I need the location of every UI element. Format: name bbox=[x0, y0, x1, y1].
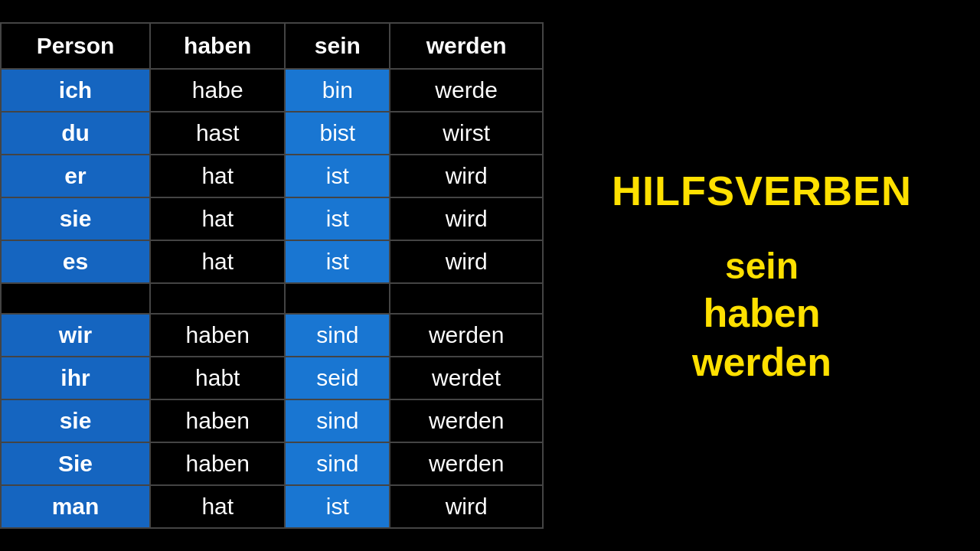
col-header-haben: haben bbox=[150, 23, 285, 69]
cell-haben: hast bbox=[150, 112, 285, 155]
table-row: duhastbistwirst bbox=[1, 112, 543, 155]
cell-person: ihr bbox=[1, 357, 150, 399]
cell-sein: bist bbox=[285, 112, 390, 155]
cell-haben: hat bbox=[150, 155, 285, 197]
cell-werden: wird bbox=[390, 485, 543, 528]
col-header-sein: sein bbox=[285, 23, 390, 69]
cell-person: man bbox=[1, 485, 150, 528]
cell-werden: werden bbox=[390, 399, 543, 442]
table-panel: Person haben sein werden ichhabebinwerde… bbox=[0, 0, 544, 551]
cell-sein: bin bbox=[285, 69, 390, 112]
cell-werden: wird bbox=[390, 197, 543, 240]
table-row: erhatistwird bbox=[1, 155, 543, 197]
table-row: siehabensindwerden bbox=[1, 399, 543, 442]
cell-haben: hat bbox=[150, 197, 285, 240]
words-list: sein haben werden bbox=[692, 245, 831, 385]
col-header-person: Person bbox=[1, 23, 150, 69]
cell-person: wir bbox=[1, 314, 150, 357]
cell-person: es bbox=[1, 240, 150, 283]
right-panel: HILFSVERBEN sein haben werden bbox=[544, 0, 980, 551]
cell-haben: haben bbox=[150, 314, 285, 357]
table-row: eshatistwird bbox=[1, 240, 543, 283]
cell-haben: haben bbox=[150, 442, 285, 485]
cell-person: du bbox=[1, 112, 150, 155]
word-haben: haben bbox=[703, 290, 820, 336]
cell-werden: wirst bbox=[390, 112, 543, 155]
cell-person: sie bbox=[1, 399, 150, 442]
cell-werden: werdet bbox=[390, 357, 543, 399]
cell-werden: werden bbox=[390, 314, 543, 357]
word-sein: sein bbox=[725, 245, 799, 287]
cell-sein: sind bbox=[285, 399, 390, 442]
cell-haben: haben bbox=[150, 399, 285, 442]
conjugation-table: Person haben sein werden ichhabebinwerde… bbox=[0, 22, 544, 529]
table-row: ihrhabtseidwerdet bbox=[1, 357, 543, 399]
cell-haben: hat bbox=[150, 485, 285, 528]
cell-sein: ist bbox=[285, 240, 390, 283]
table-row: wirhabensindwerden bbox=[1, 314, 543, 357]
cell-person: ich bbox=[1, 69, 150, 112]
table-row: manhatistwird bbox=[1, 485, 543, 528]
cell-haben: hat bbox=[150, 240, 285, 283]
cell-sein: ist bbox=[285, 155, 390, 197]
cell-sein: sind bbox=[285, 442, 390, 485]
cell-werden: wird bbox=[390, 155, 543, 197]
cell-person: Sie bbox=[1, 442, 150, 485]
col-header-werden: werden bbox=[390, 23, 543, 69]
word-werden: werden bbox=[692, 339, 831, 385]
cell-sein: sind bbox=[285, 314, 390, 357]
cell-werden: werde bbox=[390, 69, 543, 112]
cell-sein: ist bbox=[285, 485, 390, 528]
cell-werden: wird bbox=[390, 240, 543, 283]
cell-werden: werden bbox=[390, 442, 543, 485]
cell-haben: habe bbox=[150, 69, 285, 112]
table-row: Siehabensindwerden bbox=[1, 442, 543, 485]
table-row: ichhabebinwerde bbox=[1, 69, 543, 112]
cell-sein: ist bbox=[285, 197, 390, 240]
cell-person: er bbox=[1, 155, 150, 197]
cell-haben: habt bbox=[150, 357, 285, 399]
main-title: HILFSVERBEN bbox=[612, 167, 912, 214]
cell-person: sie bbox=[1, 197, 150, 240]
table-row: siehatistwird bbox=[1, 197, 543, 240]
cell-sein: seid bbox=[285, 357, 390, 399]
